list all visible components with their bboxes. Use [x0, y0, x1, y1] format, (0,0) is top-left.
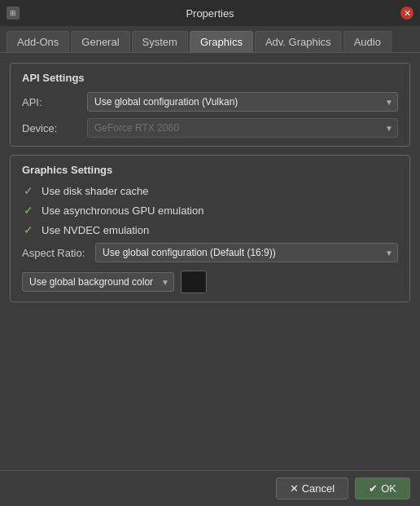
window-title: Properties: [20, 7, 400, 20]
api-row: API: Use global configuration (Vulkan) V…: [22, 92, 398, 112]
ok-icon: ✔: [369, 482, 378, 495]
api-select[interactable]: Use global configuration (Vulkan) Vulkan…: [87, 92, 398, 112]
api-settings-section: API Settings API: Use global configurati…: [10, 63, 410, 147]
tab-addons[interactable]: Add-Ons: [7, 31, 69, 52]
tab-audio[interactable]: Audio: [343, 31, 392, 52]
bg-color-select[interactable]: Use global background color: [22, 272, 174, 292]
bg-color-select-wrapper: Use global background color ▼: [22, 272, 174, 292]
async-gpu-label: Use asynchronous GPU emulation: [42, 205, 203, 217]
aspect-ratio-select[interactable]: Use global configuration (Default (16:9)…: [95, 243, 398, 262]
disk-shader-label: Use disk shader cache: [42, 185, 149, 197]
nvdec-check: ✓: [22, 223, 35, 236]
main-content: Add-Ons General System Graphics Adv. Gra…: [0, 26, 420, 506]
async-gpu-row[interactable]: ✓ Use asynchronous GPU emulation: [22, 204, 398, 217]
tab-general[interactable]: General: [71, 31, 129, 52]
title-bar: ⊞ Properties ✕: [0, 0, 420, 26]
bg-color-row: Use global background color ▼: [22, 271, 398, 293]
nvdec-row[interactable]: ✓ Use NVDEC emulation: [22, 223, 398, 236]
window-icon-button[interactable]: ⊞: [7, 7, 20, 20]
tab-system[interactable]: System: [132, 31, 188, 52]
cancel-button[interactable]: ✕ Cancel: [276, 477, 348, 499]
api-settings-title: API Settings: [22, 72, 398, 84]
cancel-icon: ✕: [290, 482, 299, 495]
device-label: Device:: [22, 122, 87, 134]
api-label: API:: [22, 96, 87, 108]
color-swatch[interactable]: [181, 271, 207, 293]
nvdec-label: Use NVDEC emulation: [42, 224, 149, 236]
bottom-bar: ✕ Cancel ✔ OK: [0, 470, 420, 506]
close-button[interactable]: ✕: [400, 7, 413, 20]
aspect-ratio-label: Aspect Ratio:: [22, 247, 95, 259]
cancel-label: Cancel: [302, 482, 335, 495]
disk-shader-row[interactable]: ✓ Use disk shader cache: [22, 184, 398, 197]
content-area: API Settings API: Use global configurati…: [0, 53, 420, 470]
disk-shader-check: ✓: [22, 184, 35, 197]
device-select[interactable]: GeForce RTX 2060: [87, 118, 398, 138]
tab-graphics[interactable]: Graphics: [190, 31, 253, 53]
tab-adv-graphics[interactable]: Adv. Graphics: [255, 31, 342, 52]
aspect-ratio-row: Aspect Ratio: Use global configuration (…: [22, 243, 398, 262]
api-select-wrapper: Use global configuration (Vulkan) Vulkan…: [87, 92, 398, 112]
device-select-wrapper: GeForce RTX 2060 ▼: [87, 118, 398, 138]
ok-label: OK: [381, 482, 396, 495]
tab-bar: Add-Ons General System Graphics Adv. Gra…: [0, 26, 420, 53]
aspect-ratio-select-wrapper: Use global configuration (Default (16:9)…: [95, 243, 398, 262]
graphics-settings-title: Graphics Settings: [22, 164, 398, 176]
async-gpu-check: ✓: [22, 204, 35, 217]
ok-button[interactable]: ✔ OK: [355, 477, 410, 499]
graphics-settings-section: Graphics Settings ✓ Use disk shader cach…: [10, 155, 410, 302]
device-row: Device: GeForce RTX 2060 ▼: [22, 118, 398, 138]
